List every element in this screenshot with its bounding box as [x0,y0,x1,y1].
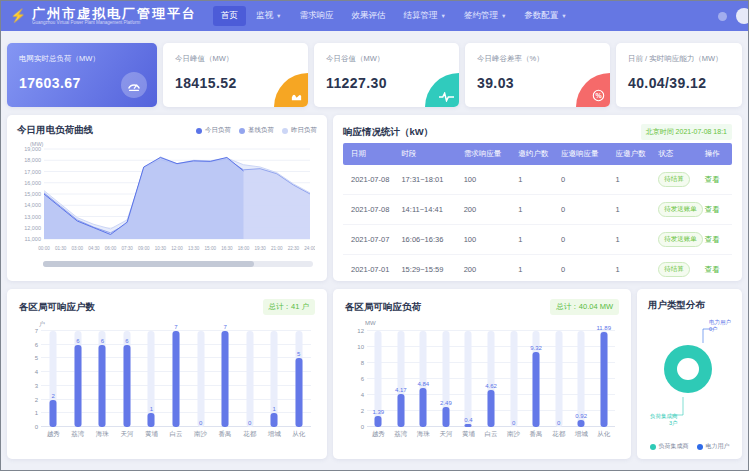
x-axis-labels: 越秀荔湾海珠天河黄埔白云南沙番禺花都增城从化 [367,430,615,439]
status-badge: 待结算 [658,262,690,277]
bar-track [510,331,517,427]
nav-item-效果评估[interactable]: 效果评估 [343,6,393,26]
x-label-增城: 增城 [262,430,287,439]
nav-item-结算管理[interactable]: 结算管理▼ [395,6,453,26]
main-content: 电网实时总负荷（MW）17603.67今日峰值（MW）18415.52今日谷值（… [1,31,748,459]
bar-value-label: 4.17 [395,387,407,393]
svg-text:04:30: 04:30 [88,246,100,251]
svg-text:15,000: 15,000 [24,191,41,197]
table-cell: 14:11~14:41 [397,195,459,225]
x-label-白云: 白云 [164,430,189,439]
nav-item-label: 结算管理 [403,10,437,22]
legend-电力用户[interactable]: 电力用户 [697,442,730,451]
bar-value-label: 6 [101,338,104,344]
nav-item-label: 效果评估 [351,10,385,22]
bar-天河: 2.49 [435,331,458,427]
response-stats-panel: 响应情况统计（kW） 北京时间 2021-07-08 18:1 日期时段需求响应… [333,115,742,281]
bar-value [99,345,106,427]
bar-value [271,413,278,427]
bar-番禺: 9.32 [525,331,548,427]
x-label-越秀: 越秀 [367,430,390,439]
legend-负荷集成商[interactable]: 负荷集成商 [650,442,689,451]
legend-基线负荷[interactable]: 基线负荷 [239,126,274,135]
load-curve-legend: 今日负荷基线负荷昨日负荷 [196,126,317,135]
table-cell: 16:06~16:36 [397,225,459,255]
slice-value: 3户 [650,420,678,427]
y-tick-label: 0 [25,424,38,430]
bar-value [148,413,155,427]
bar-越秀: 2 [41,331,66,427]
chevron-down-icon: ▼ [440,13,445,19]
load-curve-title: 今日用电负荷曲线 [17,124,93,137]
x-label-从化: 从化 [592,430,615,439]
bar-value [74,345,81,427]
x-label-花都: 花都 [547,430,570,439]
district-load-total-badge: 总计：40.04 MW [550,299,619,315]
svg-text:11,000: 11,000 [25,236,41,242]
slice-label-电力用户: 电力用户0户 [709,319,731,333]
nav-item-需求响应[interactable]: 需求响应 [291,6,341,26]
x-label-白云: 白云 [480,430,503,439]
nav-item-监视[interactable]: 监视▼ [248,6,289,26]
column-header-需求响应量: 需求响应量 [460,143,514,165]
bar-value [578,420,585,427]
district-load-panel: 各区局可响应负荷 总计：40.04 MW MW0246810121.394.17… [333,289,631,459]
x-label-南沙: 南沙 [502,430,525,439]
svg-text:01:30: 01:30 [55,246,67,251]
view-link[interactable]: 查看 [705,235,720,244]
legend-label: 负荷集成商 [659,442,689,451]
legend-昨日负荷[interactable]: 昨日负荷 [282,126,317,135]
y-tick-label: 12 [351,328,364,334]
nav-item-参数配置[interactable]: 参数配置▼ [516,6,574,26]
gauge-icon [121,72,147,98]
avatar[interactable] [736,8,749,24]
logo-icon: ⚡ [9,8,27,23]
bar-value-label: 0.4 [464,417,472,423]
x-label-黄埔: 黄埔 [139,430,164,439]
view-link[interactable]: 查看 [705,175,720,184]
table-cell: 2021-07-07 [343,225,397,255]
notification-icon[interactable] [718,12,727,21]
bar-value-label: 7 [174,324,177,330]
kpi-label: 电网实时总负荷（MW） [19,54,145,64]
view-link[interactable]: 查看 [705,205,720,214]
y-tick-label: 5 [25,355,38,361]
bar-value-label: 0 [512,420,515,426]
legend-label: 电力用户 [706,442,730,451]
dashboard-root: { "colors": { "nav": "#6577e3", "accent_… [0,0,749,471]
status-badge: 待发送账单 [658,232,703,247]
bar-从化: 5 [286,331,311,427]
slice-name: 负荷集成商 [650,413,678,420]
x-label-海珠: 海珠 [412,430,435,439]
bar-value [600,332,607,427]
table-cell: 15:29~15:59 [397,255,459,282]
nav-item-label: 首页 [221,10,238,22]
district-load-chart: MW0246810121.394.174.842.490.44.6209.320… [345,331,619,439]
nav-item-首页[interactable]: 首页 [213,6,246,26]
chart-zoom-scrollbar[interactable] [43,261,313,267]
svg-text:14,000: 14,000 [24,202,41,208]
load-curve-chart: 11,00012,00013,00014,00015,00016,00017,0… [17,140,317,258]
svg-text:13,000: 13,000 [24,214,41,220]
column-header-时段: 时段 [397,143,459,165]
view-link[interactable]: 查看 [705,265,720,274]
legend-label: 基线负荷 [248,126,274,135]
svg-text:10:30: 10:30 [155,246,167,251]
svg-text:%: % [595,92,601,99]
bar-番禺: 7 [213,331,238,427]
nav-item-签约管理[interactable]: 签约管理▼ [456,6,514,26]
svg-text:21:00: 21:00 [271,246,283,251]
table-row: 2021-07-0814:11~14:41200101待发送账单查看 [343,195,732,225]
svg-text:07:30: 07:30 [121,246,133,251]
bar-track [555,331,562,427]
table-cell: 200 [460,195,514,225]
kpi-label: 今日峰值（MW） [175,54,296,64]
district-users-chart: 户0123456726661707015越秀荔湾海珠天河黄埔白云南沙番禺花都增城… [19,331,315,439]
table-cell: 2021-07-08 [343,195,397,225]
bar-花都: 0 [547,331,570,427]
bar-海珠: 4.84 [412,331,435,427]
table-cell: 0 [557,225,611,255]
bar-value [397,394,404,427]
table-cell: 1 [611,225,654,255]
legend-今日负荷[interactable]: 今日负荷 [196,126,231,135]
